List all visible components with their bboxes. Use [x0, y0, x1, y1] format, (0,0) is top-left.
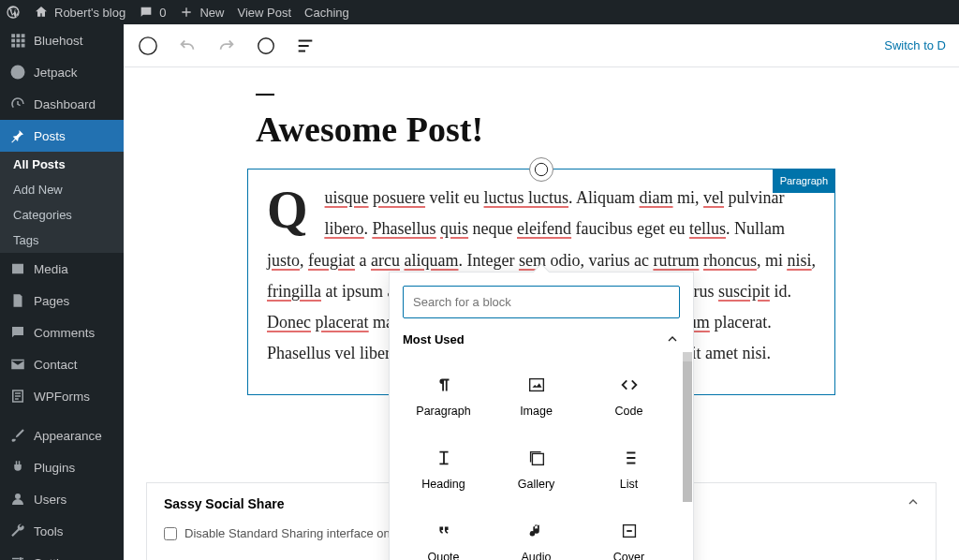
block-tile-heading[interactable]: Heading	[399, 435, 488, 504]
heading-icon	[434, 448, 454, 468]
sliders-icon	[9, 554, 26, 560]
sidebar-item-tools[interactable]: Tools	[0, 515, 124, 547]
block-tile-quote[interactable]: Quote	[399, 508, 488, 560]
block-inserter-popover: Most Used Paragraph Image	[389, 272, 694, 560]
inserter-scrollbar[interactable]	[683, 356, 692, 560]
submenu-categories[interactable]: Categories	[0, 202, 124, 228]
panel-chevron-up-icon[interactable]	[906, 494, 921, 509]
media-icon	[9, 260, 26, 277]
wordpress-logo-button[interactable]	[6, 5, 21, 20]
block-tile-image[interactable]: Image	[492, 361, 581, 431]
undo-button[interactable]	[176, 35, 199, 57]
sidebar-item-contact[interactable]: Contact	[0, 348, 124, 380]
pin-icon	[9, 127, 26, 144]
svg-rect-8	[532, 453, 543, 464]
svg-point-0	[11, 66, 25, 80]
add-block-button[interactable]	[137, 35, 159, 57]
list-icon	[619, 448, 640, 468]
contact-icon	[9, 356, 26, 373]
wrench-icon	[9, 523, 26, 539]
block-tile-gallery[interactable]: Gallery	[492, 435, 581, 504]
paragraph-icon	[434, 375, 454, 395]
new-button[interactable]: New	[179, 5, 224, 20]
editor-toolbar: Switch to D	[124, 24, 959, 67]
title-divider	[256, 94, 274, 96]
audio-icon	[526, 521, 547, 541]
submenu-add-new[interactable]: Add New	[0, 177, 124, 202]
block-tile-cover[interactable]: Cover	[584, 508, 673, 560]
sidebar-item-appearance[interactable]: Appearance	[0, 420, 124, 451]
jetpack-icon	[9, 64, 26, 81]
wpforms-icon	[9, 388, 26, 405]
wordpress-icon	[6, 5, 21, 20]
plug-icon	[9, 459, 26, 476]
home-icon	[34, 5, 49, 20]
block-navigation-button[interactable]	[294, 35, 317, 57]
inserter-section-title: Most Used	[403, 332, 465, 346]
submenu-tags[interactable]: Tags	[0, 228, 124, 253]
svg-rect-7	[529, 379, 543, 391]
posts-submenu: All Posts Add New Categories Tags	[0, 152, 124, 253]
comment-count: 0	[159, 6, 166, 20]
block-tile-audio[interactable]: Audio	[492, 508, 581, 560]
block-search-input[interactable]	[403, 286, 680, 318]
admin-bar: Robert's blog 0 New View Post Caching	[0, 0, 959, 24]
caching-link[interactable]: Caching	[304, 6, 349, 20]
sidebar-item-comments[interactable]: Comments	[0, 317, 124, 348]
block-grid: Paragraph Image Code Heading	[390, 356, 693, 560]
block-tile-paragraph[interactable]: Paragraph	[399, 361, 488, 431]
plus-icon	[179, 5, 194, 20]
comments-link[interactable]: 0	[139, 5, 166, 20]
redo-button[interactable]	[215, 35, 238, 57]
dashboard-icon	[9, 96, 26, 112]
block-tile-list[interactable]: List	[584, 435, 673, 504]
code-icon	[619, 375, 640, 395]
content-structure-button[interactable]	[255, 35, 277, 57]
switch-editor-link[interactable]: Switch to D	[884, 38, 946, 52]
sidebar-item-bluehost[interactable]: Bluehost	[0, 24, 124, 56]
sidebar-item-plugins[interactable]: Plugins	[0, 451, 124, 483]
site-title: Robert's blog	[54, 6, 125, 20]
sidebar-item-users[interactable]: Users	[0, 483, 124, 515]
block-type-label: Paragraph	[773, 169, 835, 193]
chevron-up-icon[interactable]	[665, 332, 680, 346]
block-inserter-toggle[interactable]	[529, 157, 553, 182]
cover-icon	[619, 521, 640, 541]
view-post-link[interactable]: View Post	[237, 6, 291, 20]
sidebar-item-posts[interactable]: Posts	[0, 120, 124, 152]
user-icon	[9, 491, 26, 508]
post-title[interactable]: Awesome Post!	[256, 109, 827, 150]
admin-sidebar: Bluehost Jetpack Dashboard Posts All Pos…	[0, 24, 124, 560]
svg-point-6	[535, 163, 547, 175]
sidebar-item-wpforms[interactable]: WPForms	[0, 380, 124, 412]
submenu-all-posts[interactable]: All Posts	[0, 152, 124, 177]
image-icon	[526, 375, 547, 395]
block-tile-code[interactable]: Code	[584, 361, 673, 431]
sidebar-item-settings[interactable]: Settings	[0, 547, 124, 560]
gallery-icon	[526, 448, 547, 468]
editor-main: Switch to D Awesome Post! Paragraph Quis…	[124, 24, 959, 560]
grid-icon	[9, 32, 26, 49]
sidebar-item-jetpack[interactable]: Jetpack	[0, 56, 124, 88]
new-label: New	[199, 6, 224, 20]
post-title-block[interactable]: Awesome Post!	[256, 94, 827, 150]
comment-icon	[139, 5, 154, 20]
quote-icon	[434, 521, 454, 541]
brush-icon	[9, 427, 26, 444]
sidebar-item-dashboard[interactable]: Dashboard	[0, 88, 124, 120]
svg-point-5	[258, 37, 274, 53]
sidebar-item-media[interactable]: Media	[0, 253, 124, 285]
comments-icon	[9, 324, 26, 341]
editor-canvas: Awesome Post! Paragraph Quisque posuere …	[124, 67, 959, 560]
sidebar-item-pages[interactable]: Pages	[0, 285, 124, 317]
svg-point-4	[140, 37, 156, 53]
sassy-disable-checkbox[interactable]	[164, 527, 177, 540]
pages-icon	[9, 292, 26, 309]
site-link[interactable]: Robert's blog	[34, 5, 125, 20]
